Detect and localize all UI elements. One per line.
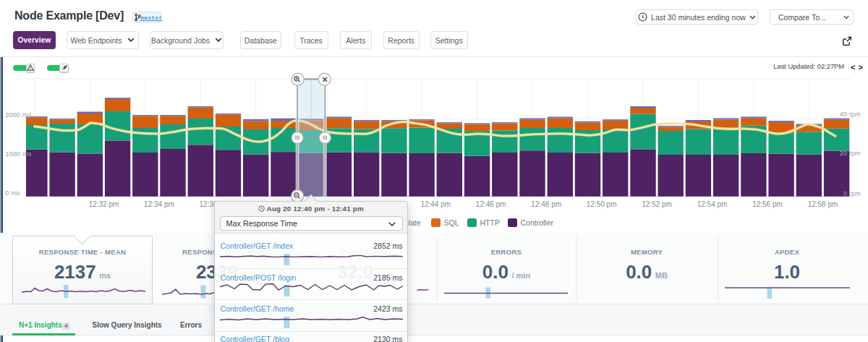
svg-text:12:54 pm: 12:54 pm [697, 200, 728, 208]
svg-text:12:32 pm: 12:32 pm [89, 200, 119, 208]
svg-text:1000 ms: 1000 ms [5, 150, 32, 158]
svg-text:12:46 pm: 12:46 pm [476, 200, 506, 208]
svg-text:0 rpm: 0 rpm [843, 189, 861, 197]
svg-text:12:52 pm: 12:52 pm [642, 200, 672, 208]
svg-text:12:58 pm: 12:58 pm [808, 200, 838, 208]
svg-text:12:34 pm: 12:34 pm [144, 200, 174, 208]
svg-text:2000 ms: 2000 ms [5, 111, 32, 119]
svg-text:40 rpm: 40 rpm [839, 110, 861, 118]
svg-text:12:48 pm: 12:48 pm [531, 200, 561, 208]
svg-text:0 ms: 0 ms [5, 189, 20, 197]
svg-text:12:50 pm: 12:50 pm [587, 200, 617, 208]
svg-text:12:44 pm: 12:44 pm [420, 200, 451, 208]
svg-text:20 rpm: 20 rpm [839, 149, 861, 157]
svg-text:12:56 pm: 12:56 pm [752, 200, 783, 208]
